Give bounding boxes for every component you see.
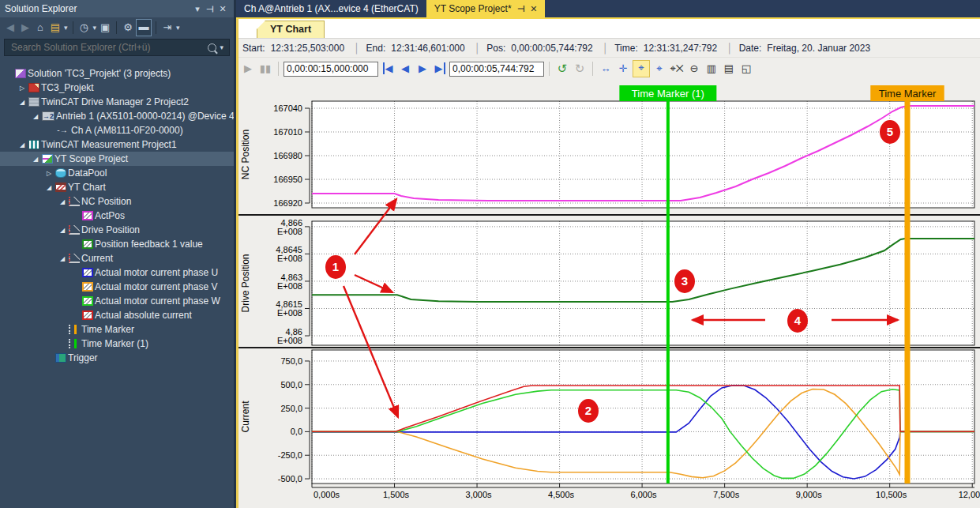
pan-free-button[interactable]: ✛ [615,61,631,77]
copy-report-button[interactable]: ▤ [721,61,737,77]
sync-with-active-document-icon[interactable]: ▣ [98,20,112,36]
tab-pin-icon[interactable]: ⊤ [512,5,529,13]
tree-item-label: Time Marker (1) [81,338,148,349]
tree-item-current[interactable]: ◢Current [0,251,234,265]
restore-view-button[interactable]: ↻ [572,61,588,77]
go-first-button[interactable]: ◀ [380,61,396,77]
time-marker-line[interactable] [666,101,670,484]
search-icon[interactable] [208,43,216,52]
plot-area[interactable] [312,101,974,208]
y-tick-label: 166980 [273,151,302,160]
tree-item-actpos[interactable]: ActPos [0,209,234,223]
collapsed-arrow-icon[interactable]: ▷ [17,85,28,92]
plot-area[interactable] [312,221,974,345]
nav-forward-icon[interactable]: ▶ [18,20,32,36]
record-duration-input[interactable] [283,62,378,77]
tab-yt-chart[interactable]: YT Chart [257,21,325,38]
tree-item-datapool[interactable]: ▷DataPool [0,166,234,180]
tab-close-icon[interactable]: ✕ [530,0,537,17]
tree-item-antrieb-1-ax5101-0000-0214-device-4[interactable]: ◢→2Antrieb 1 (AX5101-0000-0214) @Device … [0,109,234,123]
pan-horizontal-button[interactable]: ↔ [598,61,614,77]
time-marker-line[interactable] [904,101,910,484]
go-last-button[interactable]: ▶ [432,61,448,77]
collapse-all-icon[interactable]: ⇥ [160,20,175,36]
expanded-arrow-icon[interactable]: ◢ [30,156,41,163]
tree-item-actual-motor-current-phase-u[interactable]: Actual motor current phase U [0,265,234,280]
tab-ch-a-antrieb[interactable]: Ch A@Antrieb 1 (AX...evice 4 (EtherCAT) [236,0,426,17]
expanded-arrow-icon[interactable]: ◢ [57,255,68,262]
switch-views-icon[interactable]: ▤ [48,20,62,36]
tree-item-drive-position[interactable]: ◢Drive Position [0,223,234,237]
x-tick-label: 3,000s [466,490,493,499]
export-image-button[interactable]: ◱ [738,61,754,77]
status-label: End: [366,43,386,54]
tree-item-twincat-measurement-project1[interactable]: ◢TwinCAT Measurement Project1 [0,137,234,152]
play-button[interactable]: ▶ [240,61,256,77]
dropdown-caret-icon[interactable]: ▾ [176,24,180,32]
chart-region: 166920166950166980167010167040NC Positio… [236,79,980,508]
axis-icon [69,254,80,263]
go-next-button[interactable]: ▶ [415,61,430,77]
solution-icon [15,69,26,78]
window-position-icon[interactable]: ▾ [191,4,204,14]
annotation-badge-number: 3 [681,274,688,288]
tree-item-trigger[interactable]: Trigger [0,351,234,365]
free-cursor-button[interactable]: ⌖ [651,61,667,77]
axis-cursor-button[interactable]: ⌖ [633,60,650,77]
home-icon[interactable]: ⌂ [33,20,47,36]
tree-item-tc3-projekt[interactable]: ▷TC3_Projekt [0,81,234,95]
dropdown-caret-icon[interactable]: ▾ [93,24,97,32]
show-all-files-icon[interactable]: ▬ [136,19,152,36]
expanded-arrow-icon[interactable]: ◢ [17,141,28,149]
tree-item-position-feedback-1-value[interactable]: Position feedback 1 value [0,237,234,251]
y-tick-label: 167010 [273,127,302,137]
tree-item-yt-scope-project[interactable]: ◢YT Scope Project [0,152,234,166]
search-options-caret-icon[interactable]: ▾ [220,43,223,51]
close-icon[interactable]: ✕ [216,4,229,14]
y-tick-label: 4,8615E+008 [276,299,302,318]
expanded-arrow-icon[interactable]: ◢ [57,198,68,205]
tree-item-yt-chart[interactable]: ◢YT Chart [0,180,234,194]
delete-cursor-button[interactable]: ⌖✕ [669,61,685,77]
plot-area[interactable] [312,350,974,484]
expanded-arrow-icon[interactable]: ◢ [17,99,28,106]
tree-item-twincat-drive-manager-2-project2[interactable]: ◢TwinCAT Drive Manager 2 Project2 [0,95,234,109]
reset-view-button[interactable]: ↺ [554,61,570,77]
status-divider: │ [354,43,360,54]
chart-settings-button[interactable]: ▥ [704,61,719,77]
pending-changes-filter-icon[interactable]: ◷ [77,20,92,36]
status-value: 0,00:00:05,744:792 [511,43,592,54]
tree-item-label: TwinCAT Drive Manager 2 Project2 [41,96,189,107]
tree-item-nc-position[interactable]: ◢NC Position [0,194,234,209]
tree-item-solution-tc3-projekt-3-projects[interactable]: Solution 'TC3_Projekt' (3 projects) [0,66,234,81]
go-previous-button[interactable]: ◀ [397,61,413,77]
tree-item-actual-motor-current-phase-v[interactable]: Actual motor current phase V [0,280,234,294]
tree-item-time-marker-1[interactable]: Time Marker (1) [0,337,234,351]
pin-icon[interactable]: ⊤ [204,4,216,14]
time-marker-icon [69,325,80,334]
expanded-arrow-icon[interactable]: ◢ [57,227,68,234]
tree-item-actual-motor-current-phase-w[interactable]: Actual motor current phase W [0,294,234,308]
zoom-max-button[interactable]: ⊖ [686,61,702,77]
tree-item-time-marker[interactable]: Time Marker [0,322,234,337]
search-box[interactable]: ▾ [4,39,230,56]
dropdown-caret-icon[interactable]: ▾ [64,24,68,32]
status-label: Start: [242,43,265,54]
tree-item-actual-absolute-current[interactable]: Actual absolute current [0,308,234,322]
nav-back-icon[interactable]: ◀ [3,20,17,36]
collapsed-arrow-icon[interactable]: ▷ [43,170,54,177]
expanded-arrow-icon[interactable]: ◢ [30,113,41,120]
search-input[interactable] [9,41,208,54]
tree-item-ch-a-am8111-0f20-0000[interactable]: -→Ch A (AM8111-0F20-0000) [0,123,234,137]
toolbar-separator [156,21,156,34]
pause-button[interactable]: ▮▮ [257,61,273,77]
channel-link-icon: -→ [55,126,69,135]
y-tick-label: 0,0 [291,427,302,436]
tab-yt-scope-project[interactable]: YT Scope Project*⊤✕ [426,0,546,17]
expanded-arrow-icon[interactable]: ◢ [43,184,54,191]
drive-icon: →2 [42,111,54,121]
properties-icon[interactable]: ⚙ [121,20,135,36]
cursor-position-input[interactable] [449,62,544,77]
y-axis-title: Current [240,401,251,433]
x-axis: 0,000s1,500s3,000s4,500s6,000s7,500s9,00… [312,484,980,499]
